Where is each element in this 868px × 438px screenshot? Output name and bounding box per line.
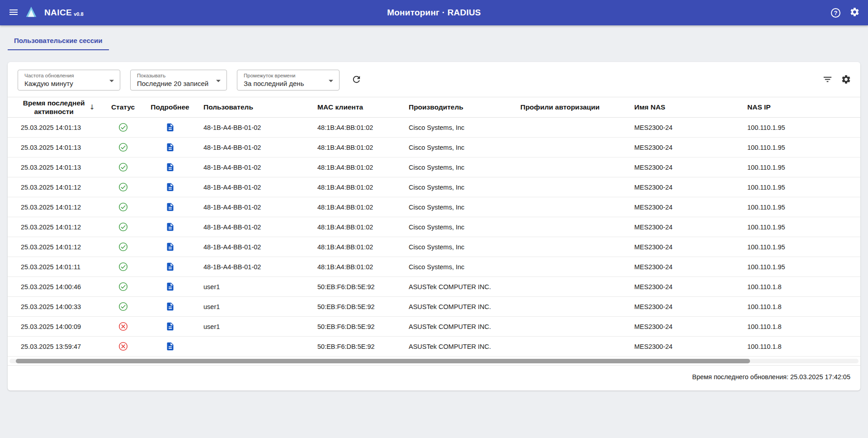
table-row: 25.03.2025 14:01:13 48-1B-A4-BB-01-02 48…	[8, 138, 860, 157]
details-button[interactable]	[164, 320, 176, 333]
hamburger-icon	[8, 7, 19, 19]
cell-client-mac: 50:EB:F6:DB:5E:92	[317, 297, 409, 317]
cell-auth-profiles	[520, 257, 634, 277]
refresh-button[interactable]	[351, 74, 362, 86]
cell-status	[109, 237, 137, 257]
cell-nas-name: MES2300-24	[634, 157, 747, 177]
table-row: 25.03.2025 14:01:12 48-1B-A4-BB-01-02 48…	[8, 237, 860, 257]
cell-nas-name: MES2300-24	[634, 257, 747, 277]
cell-nas-ip: 100.110.1.95	[747, 257, 860, 277]
cell-vendor: ASUSTek COMPUTER INC.	[409, 297, 520, 317]
horizontal-scrollbar[interactable]	[9, 359, 859, 363]
details-button[interactable]	[164, 261, 176, 273]
cell-details	[137, 197, 203, 217]
cell-vendor: Cisco Systems, Inc	[409, 177, 520, 197]
details-button[interactable]	[164, 221, 176, 233]
page-title: Мониторинг · RADIUS	[387, 8, 481, 18]
cell-status	[109, 177, 137, 197]
table-settings-button[interactable]	[841, 74, 851, 86]
cell-auth-profiles	[520, 118, 634, 138]
cell-client-mac: 48:1B:A4:BB:01:02	[317, 237, 409, 257]
details-button[interactable]	[164, 241, 176, 253]
document-icon	[165, 302, 175, 311]
cell-last-activity: 25.03.2025 14:01:13	[8, 157, 109, 177]
table-row: 25.03.2025 14:00:46 user1 50:EB:F6:DB:5E…	[8, 277, 860, 297]
filter-button[interactable]	[822, 74, 833, 86]
document-icon	[165, 262, 175, 271]
show-count-select[interactable]: Показывать Последние 20 записей	[130, 70, 227, 90]
help-button[interactable]: ?	[831, 8, 840, 18]
column-header-mac: MAC клиента	[317, 97, 409, 118]
app-version: v0.8	[74, 11, 83, 17]
status-ok-icon	[118, 163, 128, 170]
cell-auth-profiles	[520, 197, 634, 217]
app-settings-button[interactable]	[849, 7, 860, 19]
cell-vendor: ASUSTek COMPUTER INC.	[409, 277, 520, 297]
details-button[interactable]	[164, 201, 176, 213]
cell-nas-ip: 100.110.1.8	[747, 337, 860, 357]
cell-vendor: Cisco Systems, Inc	[409, 257, 520, 277]
column-header-auth-profiles: Профили авторизации	[520, 97, 634, 118]
gear-icon	[841, 74, 851, 86]
show-count-label: Показывать	[137, 73, 209, 79]
document-icon	[165, 123, 175, 132]
cell-last-activity: 25.03.2025 14:01:13	[8, 138, 109, 157]
filters-row: Частота обновления Каждую минуту Показыв…	[8, 62, 860, 97]
cell-nas-ip: 100.110.1.95	[747, 217, 860, 237]
table-row: 25.03.2025 13:59:47 50:EB:F6:DB:5E:92 AS…	[8, 337, 860, 357]
details-button[interactable]	[164, 121, 176, 133]
tab-user-sessions[interactable]: Пользовательские сессии	[8, 31, 109, 50]
table-row: 25.03.2025 14:01:11 48-1B-A4-BB-01-02 48…	[8, 257, 860, 277]
cell-vendor: ASUSTek COMPUTER INC.	[409, 337, 520, 357]
cell-status	[109, 197, 137, 217]
cell-client-mac: 48:1B:A4:BB:01:02	[317, 138, 409, 157]
cell-status	[109, 317, 137, 337]
status-ok-icon	[118, 123, 128, 130]
time-range-value: За последний день	[244, 80, 322, 88]
menu-button[interactable]	[8, 7, 19, 19]
cell-client-mac: 48:1B:A4:BB:01:02	[317, 177, 409, 197]
details-button[interactable]	[164, 181, 176, 193]
cell-username	[203, 337, 317, 357]
cell-details	[137, 337, 203, 357]
details-button[interactable]	[164, 161, 176, 173]
cell-username: 48-1B-A4-BB-01-02	[203, 118, 317, 138]
time-range-select[interactable]: Промежуток времени За последний день	[237, 70, 340, 90]
details-button[interactable]	[164, 281, 176, 293]
cell-last-activity: 25.03.2025 14:01:13	[8, 118, 109, 138]
cell-vendor: Cisco Systems, Inc	[409, 118, 520, 138]
cell-auth-profiles	[520, 177, 634, 197]
chevron-down-icon	[216, 80, 221, 82]
status-ok-icon	[118, 183, 128, 190]
status-ok-icon	[118, 262, 128, 270]
cell-vendor: Cisco Systems, Inc	[409, 138, 520, 157]
chevron-down-icon	[329, 80, 333, 82]
cell-username: user1	[203, 317, 317, 337]
cell-nas-name: MES2300-24	[634, 118, 747, 138]
details-button[interactable]	[164, 141, 176, 153]
last-update-text: Время последнего обновления: 25.03.2025 …	[692, 373, 850, 381]
cell-username: user1	[203, 277, 317, 297]
cell-nas-name: MES2300-24	[634, 197, 747, 217]
cell-details	[137, 297, 203, 317]
cell-username: 48-1B-A4-BB-01-02	[203, 177, 317, 197]
status-ok-icon	[118, 203, 128, 210]
cell-vendor: Cisco Systems, Inc	[409, 237, 520, 257]
refresh-rate-select[interactable]: Частота обновления Каждую минуту	[18, 70, 120, 90]
cell-nas-name: MES2300-24	[634, 297, 747, 317]
sessions-card: Частота обновления Каждую минуту Показыв…	[8, 62, 860, 390]
show-count-value: Последние 20 записей	[137, 80, 209, 88]
cell-details	[137, 118, 203, 138]
cell-nas-name: MES2300-24	[634, 237, 747, 257]
cell-nas-ip: 100.110.1.95	[747, 118, 860, 138]
tab-bar: Пользовательские сессии	[0, 25, 868, 50]
cell-auth-profiles	[520, 317, 634, 337]
cell-client-mac: 48:1B:A4:BB:01:02	[317, 118, 409, 138]
cell-status	[109, 118, 137, 138]
details-button[interactable]	[164, 300, 176, 313]
scrollbar-thumb[interactable]	[16, 359, 750, 363]
document-icon	[165, 342, 175, 351]
column-header-last-activity[interactable]: Время последней активности ↓	[8, 97, 109, 118]
cell-auth-profiles	[520, 297, 634, 317]
details-button[interactable]	[164, 340, 176, 352]
